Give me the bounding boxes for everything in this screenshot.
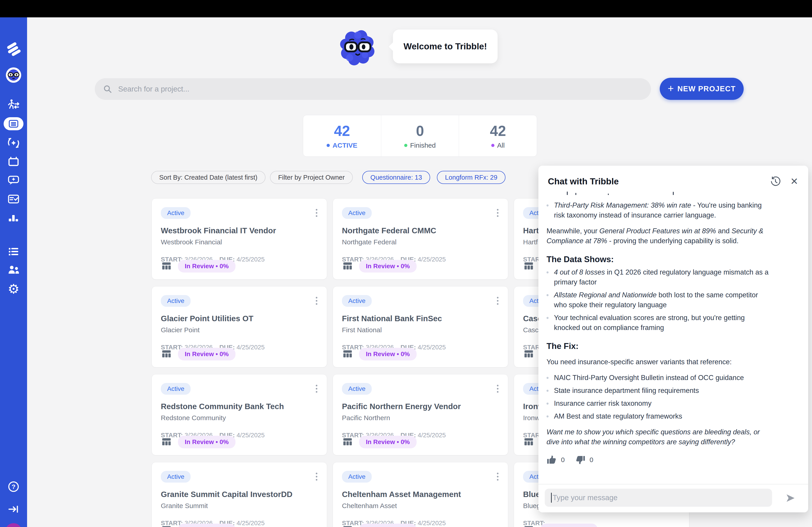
kebab-menu-icon[interactable] (495, 296, 500, 306)
status-badge: Active (342, 207, 372, 219)
send-button[interactable]: ➤ (785, 492, 795, 503)
sidebar-item-chat[interactable] (0, 174, 27, 186)
table-view-icon[interactable] (161, 436, 172, 448)
table-view-icon[interactable] (342, 348, 353, 360)
sidebar-item-help[interactable]: ? (0, 480, 27, 493)
bar-chart-icon (7, 211, 20, 224)
review-progress-badge: In Review • 0% (178, 348, 235, 360)
text-cursor (551, 493, 552, 503)
table-view-icon[interactable] (342, 260, 353, 272)
sidebar-item-settings[interactable]: ⚙ (0, 283, 27, 296)
tribble-logo[interactable] (0, 42, 27, 57)
stat-all[interactable]: 42 All (459, 115, 537, 156)
questionnaire-chip[interactable]: Questionnaire: 13 (362, 171, 430, 184)
new-project-button[interactable]: + NEW PROJECT (660, 78, 744, 100)
sidebar-item-handoff[interactable] (0, 99, 27, 111)
kebab-menu-icon[interactable] (495, 208, 500, 218)
kebab-menu-icon[interactable] (315, 383, 319, 394)
chat-input[interactable]: Type your message (545, 489, 772, 507)
project-title: Redstone Community Bank Tech (161, 402, 318, 411)
project-card[interactable]: Active Pacific Northern Energy Vendor Pa… (333, 374, 508, 455)
walking-person-handoff-icon (7, 99, 20, 111)
stat-finished[interactable]: 0 Finished (381, 115, 459, 156)
kebab-menu-icon[interactable] (315, 471, 319, 482)
close-button[interactable]: ✕ (791, 177, 798, 186)
project-card[interactable]: Active Westbrook Financial IT Vendor Wes… (151, 198, 327, 280)
sidebar-item-tray[interactable] (0, 155, 27, 168)
chat-bullet: 4 out of 8 losses in Q1 2026 cited regul… (547, 267, 771, 287)
sync-sparkle-icon (7, 136, 20, 149)
kebab-menu-icon[interactable] (315, 296, 319, 306)
sidebar-item-analytics[interactable] (0, 211, 27, 224)
stat-active[interactable]: 42 ACTIVE (303, 115, 381, 156)
sidebar-item-team[interactable] (0, 264, 27, 276)
thumbs-up-icon (547, 455, 557, 465)
project-search[interactable] (95, 78, 651, 100)
kebab-menu-icon[interactable] (495, 471, 500, 482)
project-card[interactable]: Active Redstone Community Bank Tech Reds… (151, 374, 327, 455)
mascot-mini-icon (5, 67, 21, 83)
table-view-icon[interactable] (523, 260, 534, 272)
chat-panel: Chat with Tribble ✕ Third-Party Risk Man… (538, 166, 808, 512)
active-dot (327, 144, 330, 147)
search-icon (103, 84, 112, 94)
search-input[interactable] (118, 85, 643, 93)
table-view-icon[interactable] (161, 348, 172, 360)
history-button[interactable] (770, 176, 781, 187)
user-avatar[interactable]: TK (0, 523, 27, 527)
table-view-icon[interactable] (342, 524, 353, 527)
kebab-menu-icon[interactable] (315, 208, 319, 218)
project-card[interactable]: Active Northgate Federal CMMC Northgate … (333, 198, 508, 280)
history-icon (770, 176, 781, 187)
chat-bullet: Allstate Regional and Nationwide both lo… (547, 290, 771, 310)
thumbs-down-button[interactable] (575, 455, 585, 465)
chat-bullet: AM Best and state regulatory frameworks (547, 411, 771, 421)
longform-rfx-chip[interactable]: Longform RFx: 29 (437, 171, 506, 184)
avatar-initials: TK (5, 523, 22, 527)
chat-paragraph: You need insurance-specific answer varia… (547, 357, 771, 367)
table-view-icon[interactable] (523, 436, 534, 448)
project-title: Glacier Point Utilities OT (161, 314, 318, 323)
status-badge: Active (161, 471, 191, 483)
chat-bullet: NAIC Third-Party Oversight Bulletin inst… (547, 373, 771, 383)
chat-heading: The Fix: (547, 341, 771, 351)
bullet-dot (547, 317, 549, 319)
welcome-message: Welcome to Tribble! (404, 42, 487, 51)
kebab-menu-icon[interactable] (495, 383, 500, 394)
table-view-icon[interactable] (342, 436, 353, 448)
chat-message-area[interactable]: Third-Party Risk Management: 38% win rat… (538, 191, 808, 483)
thumbs-up-button[interactable] (547, 455, 557, 465)
all-dot (491, 144, 494, 147)
review-progress-badge: In Review • 0% (359, 260, 417, 272)
thumbs-down-icon (575, 455, 585, 465)
close-icon: ✕ (791, 177, 798, 186)
table-view-icon[interactable] (161, 524, 172, 527)
bullet-dot (547, 416, 549, 418)
sidebar-item-list[interactable] (0, 245, 27, 258)
project-card[interactable]: Active Cheltenham Asset Management Chelt… (333, 462, 508, 527)
table-view-icon[interactable] (161, 260, 172, 272)
list-rows-icon (7, 245, 20, 258)
bullet-dot (547, 377, 549, 379)
sort-by-chip[interactable]: Sort By: Created Date (latest first) (151, 171, 265, 184)
chat-bullet: Insurance carrier risk taxonomy (547, 398, 771, 408)
project-title: Northgate Federal CMMC (342, 226, 499, 235)
filter-owner-chip[interactable]: Filter by Project Owner (270, 171, 353, 184)
chat-input-placeholder: Type your message (553, 493, 618, 502)
project-card[interactable]: Active Glacier Point Utilities OT Glacie… (151, 286, 327, 367)
sidebar-item-checklist[interactable] (0, 193, 27, 205)
sidebar-item-projects[interactable] (0, 117, 27, 130)
chat-sparkle-icon (7, 174, 20, 186)
bullet-dot (547, 271, 549, 273)
sidebar-item-sync[interactable] (0, 136, 27, 149)
checklist-icon (7, 193, 20, 205)
project-card[interactable]: Active Granite Summit Capital InvestorDD… (151, 462, 327, 527)
assistant-avatar[interactable] (0, 67, 27, 83)
project-subtitle: Pacific Northern (342, 414, 499, 422)
help-icon: ? (7, 480, 20, 493)
sidebar-item-logout[interactable] (0, 503, 27, 515)
table-view-icon[interactable] (523, 524, 534, 527)
chat-bullet: Third-Party Risk Management: 38% win rat… (547, 200, 771, 220)
project-card[interactable]: Active First National Bank FinSec First … (333, 286, 508, 367)
table-view-icon[interactable] (523, 348, 534, 360)
